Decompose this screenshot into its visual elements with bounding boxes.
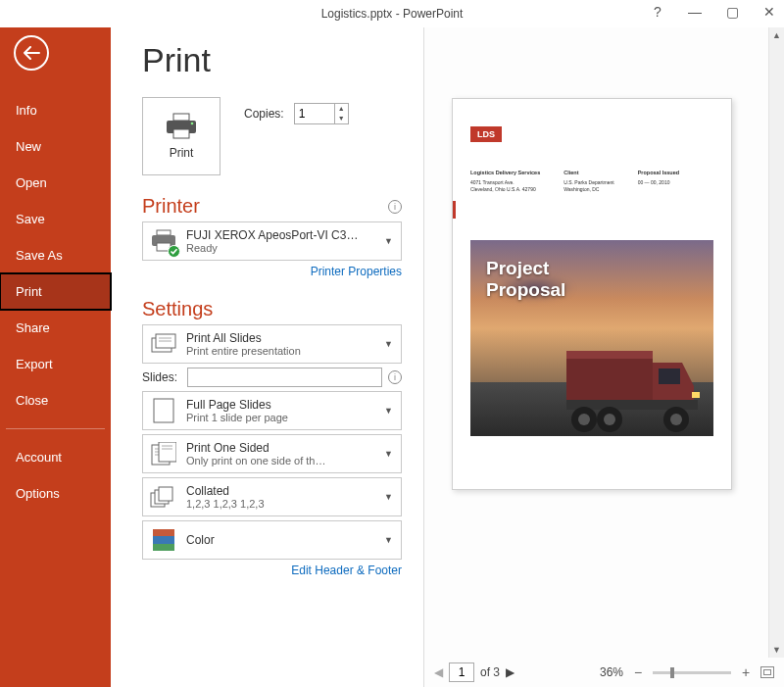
sidebar-divider <box>6 428 105 429</box>
window-title: Logistics.pptx - PowerPoint <box>321 7 464 21</box>
sidebar-item-open[interactable]: Open <box>0 165 111 201</box>
settings-heading: Settings <box>142 298 213 320</box>
printer-device-icon <box>149 226 178 256</box>
setting-label: Print One Sided <box>186 441 374 455</box>
printer-name: FUJI XEROX ApeosPort-VI C3… <box>186 228 374 242</box>
slides-input[interactable] <box>187 368 382 387</box>
scroll-up-icon[interactable]: ▲ <box>769 27 784 43</box>
svg-rect-17 <box>159 442 176 462</box>
chevron-down-icon: ▼ <box>382 406 395 416</box>
setting-print-range[interactable]: Print All Slides Print entire presentati… <box>142 324 402 364</box>
color-swatch-icon <box>149 525 178 555</box>
spinner-up-icon[interactable]: ▲ <box>335 104 348 114</box>
sidebar-item-print[interactable]: Print <box>0 273 111 310</box>
printer-properties-link[interactable]: Printer Properties <box>142 265 402 278</box>
spinner-down-icon[interactable]: ▼ <box>335 114 348 123</box>
svg-rect-0 <box>173 114 189 121</box>
preview-scrollbar[interactable]: ▲ ▼ <box>768 27 784 658</box>
sidebar-item-account[interactable]: Account <box>0 439 111 475</box>
maximize-icon[interactable]: ▢ <box>723 4 741 20</box>
setting-desc: Only print on one side of th… <box>186 455 374 466</box>
slides-info-icon[interactable]: i <box>388 370 402 384</box>
print-button-label: Print <box>170 146 194 160</box>
title-bar: Logistics.pptx - PowerPoint ? — ▢ ✕ <box>0 0 784 27</box>
setting-desc: Print 1 slide per page <box>186 412 374 423</box>
help-icon[interactable]: ? <box>649 4 666 20</box>
setting-layout[interactable]: Full Page Slides Print 1 slide per page … <box>142 391 402 430</box>
slides-label: Slides: <box>142 370 181 384</box>
setting-label: Collated <box>186 484 374 498</box>
meta-head: Logistics Delivery Services <box>470 170 540 175</box>
hero-title: Project Proposal <box>486 258 565 301</box>
sidebar-item-info[interactable]: Info <box>0 92 111 128</box>
setting-label: Print All Slides <box>186 331 374 345</box>
copies-input[interactable] <box>295 104 334 123</box>
sidebar-item-export[interactable]: Export <box>0 346 111 382</box>
chevron-down-icon: ▼ <box>382 449 395 459</box>
setting-collation[interactable]: Collated 1,2,3 1,2,3 1,2,3 ▼ <box>142 477 402 516</box>
printer-heading: Printer <box>142 195 200 218</box>
back-arrow-icon <box>23 46 40 60</box>
zoom-label: 36% <box>600 665 623 679</box>
copies-label: Copies: <box>244 107 284 121</box>
prev-page-icon[interactable]: ◀ <box>434 665 443 679</box>
page-total: of 3 <box>480 665 500 679</box>
svg-rect-25 <box>659 368 680 384</box>
sidebar-item-share[interactable]: Share <box>0 310 111 346</box>
collated-icon <box>149 482 178 512</box>
chevron-down-icon: ▼ <box>382 535 395 545</box>
page-title: Print <box>142 41 402 79</box>
scroll-down-icon[interactable]: ▼ <box>769 642 784 658</box>
copies-spinner[interactable]: ▲ ▼ <box>294 103 349 124</box>
svg-rect-23 <box>566 351 653 404</box>
zoom-slider[interactable] <box>653 671 731 674</box>
printer-select[interactable]: FUJI XEROX ApeosPort-VI C3… Ready ▼ <box>142 221 402 261</box>
svg-point-33 <box>670 414 682 425</box>
svg-rect-22 <box>159 487 172 501</box>
one-sided-icon <box>149 439 178 468</box>
minimize-icon[interactable]: — <box>686 4 704 20</box>
sidebar-item-close[interactable]: Close <box>0 382 111 418</box>
printer-info-icon[interactable]: i <box>388 200 402 214</box>
svg-point-31 <box>604 414 615 425</box>
zoom-out-button[interactable]: − <box>631 664 645 680</box>
sidebar-item-options[interactable]: Options <box>0 475 111 512</box>
spinner-arrows[interactable]: ▲ ▼ <box>334 104 348 123</box>
slides-stack-icon <box>149 329 178 359</box>
page-number-input[interactable] <box>449 662 474 682</box>
close-icon[interactable]: ✕ <box>760 4 778 20</box>
setting-desc: Print entire presentation <box>186 345 374 357</box>
svg-rect-24 <box>566 351 653 359</box>
svg-rect-12 <box>154 399 173 422</box>
edit-header-footer-link[interactable]: Edit Header & Footer <box>142 564 402 577</box>
meta-line: Cleveland, Ohio U.S.A. 42790 <box>470 186 540 193</box>
meta-head: Client <box>564 170 613 175</box>
zoom-in-button[interactable]: + <box>739 664 753 680</box>
preview-statusbar: ◀ of 3 ▶ 36% − + <box>424 658 784 687</box>
meta-line: Washington, DC <box>564 186 613 193</box>
setting-label: Full Page Slides <box>186 398 374 412</box>
meta-line: 00 — 00, 2010 <box>638 179 680 186</box>
printer-icon <box>165 113 198 140</box>
slide-preview: LDS Logistics Delivery Services 4071 Tra… <box>452 98 732 490</box>
setting-desc: 1,2,3 1,2,3 1,2,3 <box>186 498 374 510</box>
sidebar-item-save[interactable]: Save <box>0 201 111 237</box>
fit-to-window-icon[interactable] <box>760 666 774 678</box>
sidebar-item-new[interactable]: New <box>0 128 111 165</box>
next-page-icon[interactable]: ▶ <box>506 665 514 679</box>
sidebar-item-save-as[interactable]: Save As <box>0 237 111 273</box>
truck-illustration <box>566 343 713 436</box>
preview-meta: Logistics Delivery Services 4071 Transpo… <box>470 170 713 193</box>
svg-rect-4 <box>157 230 171 235</box>
chevron-down-icon: ▼ <box>382 236 395 246</box>
setting-color[interactable]: Color ▼ <box>142 520 402 560</box>
backstage-sidebar: Info New Open Save Save As Print Share E… <box>0 27 111 687</box>
print-preview-pane: ▲ ▼ LDS Logistics Delivery Services 4071… <box>424 27 784 687</box>
back-button[interactable] <box>14 35 49 71</box>
print-button[interactable]: Print <box>142 97 220 175</box>
print-controls-pane: Print Print Copies: <box>111 27 424 687</box>
setting-sides[interactable]: Print One Sided Only print on one side o… <box>142 434 402 473</box>
svg-point-29 <box>578 414 590 425</box>
preview-logo: LDS <box>470 126 502 142</box>
window-controls: ? — ▢ ✕ <box>649 4 778 20</box>
